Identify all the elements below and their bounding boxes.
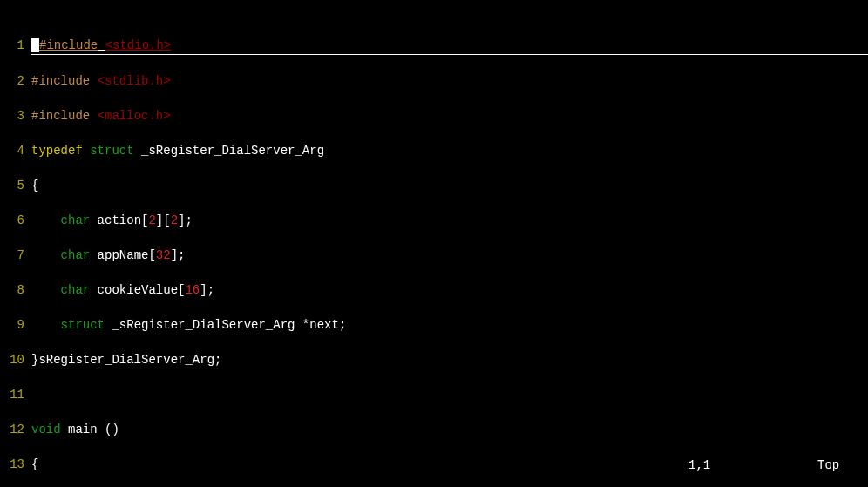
brace: { <box>31 457 38 471</box>
keyword-char: char <box>61 283 91 297</box>
line-number: 9 <box>0 316 31 334</box>
line-number: 12 <box>0 421 31 438</box>
code-line: 1#include <stdio.h> <box>0 37 868 55</box>
preproc-include: #include <box>31 74 90 88</box>
line-number: 7 <box>0 247 31 264</box>
code-editor[interactable]: 1#include <stdio.h> 2#include <stdlib.h>… <box>0 0 868 487</box>
code-line: 6 char action[2][2]; <box>0 212 868 229</box>
include-header: <malloc.h> <box>98 109 171 123</box>
line-number: 4 <box>0 142 31 159</box>
line-number: 6 <box>0 212 31 229</box>
brace: { <box>31 179 38 193</box>
code-line: 7 char appName[32]; <box>0 247 868 264</box>
line-number: 2 <box>0 72 31 90</box>
keyword-char: char <box>61 213 91 227</box>
include-header: <stdlib.h> <box>98 74 171 88</box>
code-line: 8 char cookieValue[16]; <box>0 281 868 299</box>
code-line: 11 <box>0 386 868 403</box>
number: 2 <box>171 213 178 227</box>
preproc-include: #include <box>31 109 90 123</box>
keyword-void: void <box>31 423 61 436</box>
identifier: _sRegister_DialServer_Arg <box>134 144 324 158</box>
preproc-include: #include <box>39 38 98 52</box>
line-number: 10 <box>0 351 31 369</box>
line-number: 5 <box>0 177 31 194</box>
line-number: 1 <box>0 37 31 55</box>
line-number: 3 <box>0 107 31 125</box>
keyword-typedef: typedef <box>31 144 83 158</box>
scroll-percent: Top <box>817 457 839 474</box>
code-line: 12void main () <box>0 421 868 438</box>
keyword-char: char <box>61 248 91 262</box>
cursor-position: 1,1 <box>688 457 710 474</box>
code-line: 13{ <box>0 456 868 473</box>
number: 2 <box>148 213 155 227</box>
line-number: 13 <box>0 456 31 473</box>
identifier: }sRegister_DialServer_Arg; <box>31 353 221 367</box>
code-line: 4typedef struct _sRegister_DialServer_Ar… <box>0 142 868 159</box>
cursor <box>31 38 39 52</box>
identifier: _sRegister_DialServer_Arg *next; <box>105 318 346 332</box>
keyword-struct: struct <box>61 318 105 332</box>
code-line: 9 struct _sRegister_DialServer_Arg *next… <box>0 316 868 334</box>
keyword-struct: struct <box>90 144 133 158</box>
number: 16 <box>185 283 200 297</box>
code-line: 2#include <stdlib.h> <box>0 72 868 90</box>
number: 32 <box>156 248 171 262</box>
include-header: <stdio.h> <box>105 38 172 52</box>
code-line: 5{ <box>0 177 868 194</box>
line-number: 11 <box>0 386 31 403</box>
line-number: 8 <box>0 281 31 299</box>
code-line: 10}sRegister_DialServer_Arg; <box>0 351 868 369</box>
identifier: main () <box>61 423 119 436</box>
code-line: 3#include <malloc.h> <box>0 107 868 125</box>
